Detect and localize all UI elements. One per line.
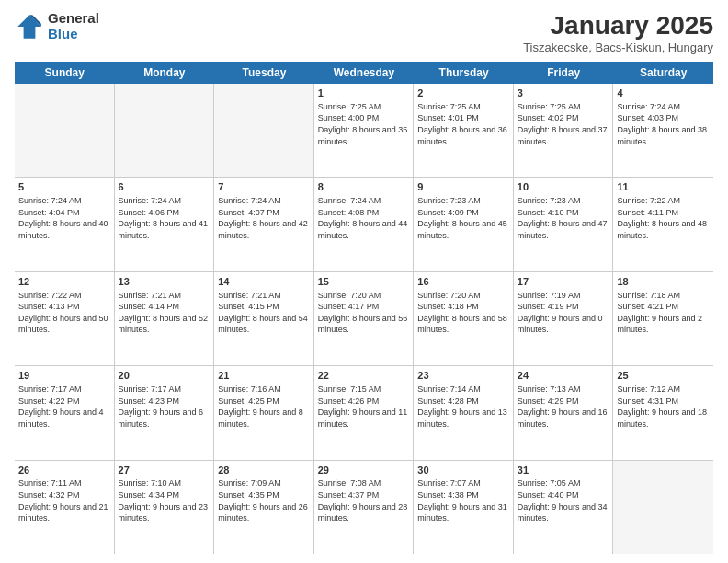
- calendar-cell: 2Sunrise: 7:25 AM Sunset: 4:01 PM Daylig…: [414, 84, 514, 177]
- calendar-cell: 18Sunrise: 7:18 AM Sunset: 4:21 PM Dayli…: [613, 272, 713, 365]
- calendar-cell: 13Sunrise: 7:21 AM Sunset: 4:14 PM Dayli…: [115, 272, 215, 365]
- cell-info: Sunrise: 7:24 AM Sunset: 4:07 PM Dayligh…: [218, 195, 310, 241]
- header-day-friday: Friday: [514, 62, 614, 84]
- calendar-cell: 27Sunrise: 7:10 AM Sunset: 4:34 PM Dayli…: [115, 461, 215, 554]
- calendar-cell: [214, 84, 314, 177]
- day-number: 5: [18, 180, 110, 194]
- day-number: 20: [119, 369, 210, 383]
- day-number: 27: [119, 464, 210, 477]
- logo: General Blue: [15, 11, 99, 41]
- calendar-cell: 3Sunrise: 7:25 AM Sunset: 4:02 PM Daylig…: [514, 84, 614, 177]
- cell-info: Sunrise: 7:17 AM Sunset: 4:22 PM Dayligh…: [18, 384, 110, 430]
- calendar-cell: 22Sunrise: 7:15 AM Sunset: 4:26 PM Dayli…: [314, 366, 415, 459]
- calendar-cell: 20Sunrise: 7:17 AM Sunset: 4:23 PM Dayli…: [115, 366, 215, 459]
- calendar-week-4: 19Sunrise: 7:17 AM Sunset: 4:22 PM Dayli…: [15, 366, 713, 460]
- cell-info: Sunrise: 7:24 AM Sunset: 4:06 PM Dayligh…: [119, 195, 210, 241]
- cell-info: Sunrise: 7:24 AM Sunset: 4:03 PM Dayligh…: [617, 101, 710, 147]
- logo-general-text: General: [48, 11, 99, 27]
- logo-icon: [15, 12, 44, 41]
- calendar-header: SundayMondayTuesdayWednesdayThursdayFrid…: [15, 62, 713, 84]
- day-number: 28: [218, 464, 310, 477]
- calendar-cell: 30Sunrise: 7:07 AM Sunset: 4:38 PM Dayli…: [414, 461, 514, 554]
- cell-info: Sunrise: 7:25 AM Sunset: 4:00 PM Dayligh…: [318, 101, 410, 147]
- header-day-monday: Monday: [115, 62, 215, 84]
- calendar-cell: 6Sunrise: 7:24 AM Sunset: 4:06 PM Daylig…: [115, 178, 215, 270]
- calendar-cell: 7Sunrise: 7:24 AM Sunset: 4:07 PM Daylig…: [214, 178, 314, 270]
- logo-blue-text: Blue: [48, 27, 99, 42]
- day-number: 11: [617, 180, 710, 194]
- day-number: 8: [318, 180, 410, 194]
- calendar-cell: 8Sunrise: 7:24 AM Sunset: 4:08 PM Daylig…: [314, 178, 415, 270]
- cell-info: Sunrise: 7:23 AM Sunset: 4:10 PM Dayligh…: [518, 195, 609, 241]
- cell-info: Sunrise: 7:25 AM Sunset: 4:01 PM Dayligh…: [417, 101, 509, 147]
- cell-info: Sunrise: 7:24 AM Sunset: 4:04 PM Dayligh…: [18, 195, 110, 241]
- calendar-week-2: 5Sunrise: 7:24 AM Sunset: 4:04 PM Daylig…: [15, 178, 713, 271]
- cell-info: Sunrise: 7:08 AM Sunset: 4:37 PM Dayligh…: [318, 477, 410, 523]
- cell-info: Sunrise: 7:14 AM Sunset: 4:28 PM Dayligh…: [417, 384, 509, 430]
- calendar-cell: [613, 461, 713, 554]
- day-number: 23: [417, 369, 509, 383]
- cell-info: Sunrise: 7:22 AM Sunset: 4:11 PM Dayligh…: [617, 195, 710, 241]
- calendar-cell: 15Sunrise: 7:20 AM Sunset: 4:17 PM Dayli…: [314, 272, 415, 365]
- logo-text: General Blue: [48, 11, 99, 41]
- header-day-wednesday: Wednesday: [314, 62, 415, 84]
- cell-info: Sunrise: 7:15 AM Sunset: 4:26 PM Dayligh…: [318, 384, 410, 430]
- cell-info: Sunrise: 7:07 AM Sunset: 4:38 PM Dayligh…: [417, 477, 509, 523]
- day-number: 12: [18, 275, 110, 289]
- cell-info: Sunrise: 7:17 AM Sunset: 4:23 PM Dayligh…: [119, 384, 210, 430]
- header-day-tuesday: Tuesday: [214, 62, 314, 84]
- calendar-cell: 10Sunrise: 7:23 AM Sunset: 4:10 PM Dayli…: [514, 178, 614, 270]
- day-number: 18: [617, 275, 710, 289]
- day-number: 15: [318, 275, 410, 289]
- day-number: 30: [417, 464, 509, 477]
- calendar-cell: 28Sunrise: 7:09 AM Sunset: 4:35 PM Dayli…: [214, 461, 314, 554]
- calendar-cell: 29Sunrise: 7:08 AM Sunset: 4:37 PM Dayli…: [314, 461, 415, 554]
- cell-info: Sunrise: 7:19 AM Sunset: 4:19 PM Dayligh…: [518, 290, 609, 336]
- header-day-thursday: Thursday: [414, 62, 514, 84]
- cell-info: Sunrise: 7:20 AM Sunset: 4:18 PM Dayligh…: [417, 290, 509, 336]
- calendar-cell: 17Sunrise: 7:19 AM Sunset: 4:19 PM Dayli…: [514, 272, 614, 365]
- calendar-cell: 19Sunrise: 7:17 AM Sunset: 4:22 PM Dayli…: [15, 366, 115, 459]
- calendar-cell: [115, 84, 215, 177]
- svg-marker-0: [17, 15, 41, 39]
- calendar-cell: 25Sunrise: 7:12 AM Sunset: 4:31 PM Dayli…: [613, 366, 713, 459]
- location: Tiszakecske, Bacs-Kiskun, Hungary: [523, 40, 713, 54]
- day-number: 26: [18, 464, 110, 477]
- calendar-cell: 24Sunrise: 7:13 AM Sunset: 4:29 PM Dayli…: [514, 366, 614, 459]
- day-number: 17: [518, 275, 609, 289]
- calendar-cell: 4Sunrise: 7:24 AM Sunset: 4:03 PM Daylig…: [613, 84, 713, 177]
- cell-info: Sunrise: 7:24 AM Sunset: 4:08 PM Dayligh…: [318, 195, 410, 241]
- day-number: 13: [119, 275, 210, 289]
- cell-info: Sunrise: 7:18 AM Sunset: 4:21 PM Dayligh…: [617, 290, 710, 336]
- header: General Blue January 2025 Tiszakecske, B…: [15, 11, 713, 54]
- calendar-cell: 5Sunrise: 7:24 AM Sunset: 4:04 PM Daylig…: [15, 178, 115, 270]
- cell-info: Sunrise: 7:12 AM Sunset: 4:31 PM Dayligh…: [617, 384, 710, 430]
- day-number: 29: [318, 464, 410, 477]
- day-number: 7: [218, 180, 310, 194]
- calendar-week-3: 12Sunrise: 7:22 AM Sunset: 4:13 PM Dayli…: [15, 272, 713, 366]
- calendar: SundayMondayTuesdayWednesdayThursdayFrid…: [15, 62, 713, 554]
- cell-info: Sunrise: 7:21 AM Sunset: 4:15 PM Dayligh…: [218, 290, 310, 336]
- cell-info: Sunrise: 7:11 AM Sunset: 4:32 PM Dayligh…: [18, 477, 110, 523]
- title-section: January 2025 Tiszakecske, Bacs-Kiskun, H…: [523, 11, 713, 54]
- day-number: 25: [617, 369, 710, 383]
- calendar-cell: [15, 84, 115, 177]
- month-title: January 2025: [523, 11, 713, 40]
- calendar-cell: 26Sunrise: 7:11 AM Sunset: 4:32 PM Dayli…: [15, 461, 115, 554]
- cell-info: Sunrise: 7:09 AM Sunset: 4:35 PM Dayligh…: [218, 477, 310, 523]
- calendar-cell: 21Sunrise: 7:16 AM Sunset: 4:25 PM Dayli…: [214, 366, 314, 459]
- calendar-cell: 11Sunrise: 7:22 AM Sunset: 4:11 PM Dayli…: [613, 178, 713, 270]
- calendar-cell: 23Sunrise: 7:14 AM Sunset: 4:28 PM Dayli…: [414, 366, 514, 459]
- day-number: 4: [617, 86, 710, 100]
- day-number: 31: [518, 464, 609, 477]
- day-number: 2: [417, 86, 509, 100]
- day-number: 24: [518, 369, 609, 383]
- day-number: 9: [417, 180, 509, 194]
- calendar-cell: 9Sunrise: 7:23 AM Sunset: 4:09 PM Daylig…: [414, 178, 514, 270]
- calendar-week-1: 1Sunrise: 7:25 AM Sunset: 4:00 PM Daylig…: [15, 84, 713, 178]
- day-number: 14: [218, 275, 310, 289]
- day-number: 1: [318, 86, 410, 100]
- cell-info: Sunrise: 7:20 AM Sunset: 4:17 PM Dayligh…: [318, 290, 410, 336]
- day-number: 10: [518, 180, 609, 194]
- calendar-cell: 12Sunrise: 7:22 AM Sunset: 4:13 PM Dayli…: [15, 272, 115, 365]
